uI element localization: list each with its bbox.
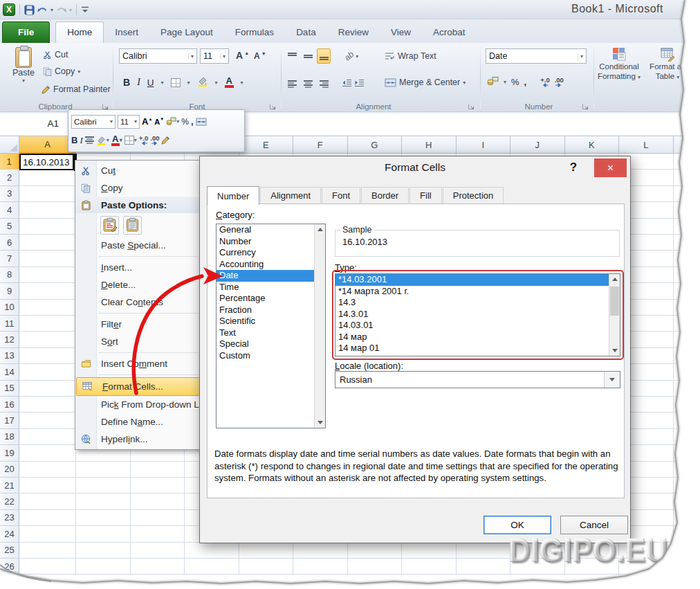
row-header-5[interactable]: 5 — [0, 219, 19, 235]
dialog-tab-number[interactable]: Number — [207, 186, 259, 205]
mini-shrink-font-button[interactable]: A▼ — [154, 115, 164, 129]
align-right-button[interactable] — [317, 76, 331, 91]
dialog-tab-protection[interactable]: Protection — [443, 187, 504, 204]
mini-comma-button[interactable]: , — [191, 115, 194, 129]
decrease-decimal-button[interactable]: .00 — [555, 77, 564, 87]
row-header-25[interactable]: 25 — [0, 543, 19, 559]
ribbon-tab-acrobat[interactable]: Acrobat — [422, 22, 477, 43]
ribbon-tab-insert[interactable]: Insert — [104, 22, 149, 43]
font-size-combo[interactable]: 11▾ — [200, 48, 229, 64]
mini-italic-button[interactable]: I — [80, 134, 82, 147]
bold-button[interactable]: B — [123, 77, 130, 88]
paste-option-paste-formatting-icon[interactable] — [100, 216, 119, 235]
format-as-table-button[interactable]: Format as Table ▾ — [646, 47, 689, 82]
menu-item-filter[interactable]: Filter — [75, 316, 212, 333]
mini-font-family-combo[interactable]: Calibri▾ — [71, 115, 116, 129]
menu-item-insert-comment[interactable]: Insert Comment — [75, 355, 212, 372]
underline-dropdown-icon[interactable]: ▾ — [161, 80, 164, 86]
column-header-I[interactable]: I — [457, 136, 511, 154]
cancel-button[interactable]: Cancel — [560, 516, 628, 534]
redo-dropdown-icon[interactable]: ▾ — [69, 7, 72, 13]
align-top-button[interactable] — [285, 48, 299, 64]
orientation-dropdown-icon[interactable]: ▾ — [356, 53, 358, 60]
dialog-tab-fill[interactable]: Fill — [409, 187, 442, 204]
row-header-3[interactable]: 3 — [0, 186, 19, 202]
borders-dropdown-icon[interactable]: ▾ — [187, 80, 190, 86]
dialog-tab-font[interactable]: Font — [322, 187, 360, 204]
mini-bold-button[interactable]: B — [71, 134, 77, 147]
column-header-E[interactable]: E — [239, 136, 294, 154]
type-option-14-03-01[interactable]: 14.03.01 — [335, 320, 609, 332]
row-header-17[interactable]: 17 — [0, 413, 19, 428]
category-option-custom[interactable]: Custom — [217, 350, 314, 362]
alignment-dialog-launcher[interactable] — [468, 101, 475, 109]
select-all-corner[interactable] — [0, 136, 19, 154]
dialog-tab-alignment[interactable]: Alignment — [260, 187, 321, 204]
category-option-date[interactable]: Date — [217, 270, 314, 282]
mini-merge-button[interactable] — [196, 115, 207, 129]
scroll-down-icon[interactable] — [609, 345, 620, 356]
type-option-14-марта-2001-г[interactable]: *14 марта 2001 г. — [335, 286, 609, 298]
type-option-14-03-2001[interactable]: *14.03.2001 — [335, 274, 609, 286]
category-option-general[interactable]: General — [217, 224, 314, 236]
row-header-20[interactable]: 20 — [0, 462, 19, 478]
category-scrollbar[interactable] — [314, 224, 325, 428]
menu-item-delete[interactable]: Delete... — [75, 276, 212, 293]
menu-item-define-name[interactable]: Define Name... — [75, 413, 212, 431]
align-bottom-button[interactable] — [317, 48, 331, 64]
mini-borders-button[interactable]: ▾ — [125, 134, 137, 147]
italic-button[interactable]: I — [137, 77, 140, 88]
column-header-J[interactable]: J — [510, 136, 565, 154]
excel-logo-icon[interactable]: X — [3, 3, 15, 16]
menu-item-format-cells[interactable]: Format Cells... — [76, 377, 212, 396]
menu-item-clear-contents[interactable]: Clear Contents — [75, 293, 212, 311]
mini-grow-font-button[interactable]: A▲ — [142, 115, 152, 129]
dialog-tab-border[interactable]: Border — [361, 187, 409, 204]
row-header-24[interactable]: 24 — [0, 526, 19, 542]
wrap-text-button[interactable]: Wrap Text — [385, 51, 436, 61]
row-header-14[interactable]: 14 — [0, 364, 19, 380]
row-header-22[interactable]: 22 — [0, 493, 19, 509]
scroll-up-icon[interactable] — [315, 224, 325, 235]
category-option-currency[interactable]: Currency — [217, 247, 314, 259]
column-header-H[interactable]: H — [402, 136, 457, 154]
row-header-9[interactable]: 9 — [0, 283, 19, 299]
number-format-combo[interactable]: Date▾ — [486, 48, 587, 64]
category-option-fraction[interactable]: Fraction — [217, 305, 314, 316]
row-header-8[interactable]: 8 — [0, 267, 19, 283]
ribbon-tab-data[interactable]: Data — [285, 22, 327, 43]
font-color-dropdown-icon[interactable]: ▾ — [241, 80, 243, 86]
scroll-up-icon[interactable] — [609, 274, 620, 284]
font-dialog-launcher[interactable] — [269, 101, 277, 109]
row-header-12[interactable]: 12 — [0, 332, 19, 347]
mini-center-button[interactable] — [85, 134, 94, 147]
column-header-F[interactable]: F — [293, 136, 348, 154]
category-option-time[interactable]: Time — [217, 282, 314, 293]
column-header-G[interactable]: G — [348, 136, 403, 154]
type-listbox[interactable]: *14.03.2001*14 марта 2001 г.14.314.3.011… — [335, 273, 620, 356]
category-listbox[interactable]: GeneralNumberCurrencyAccountingDateTimeP… — [216, 224, 326, 428]
row-header-23[interactable]: 23 — [0, 510, 19, 526]
menu-item-insert[interactable]: Insert... — [75, 259, 212, 276]
row-header-2[interactable]: 2 — [0, 170, 19, 185]
mini-accounting-button[interactable]: ▾ — [166, 115, 179, 129]
type-option-14-3[interactable]: 14.3 — [335, 297, 609, 309]
column-header-L[interactable]: L — [619, 136, 674, 154]
paste-button[interactable]: Paste ▾ — [8, 47, 39, 84]
ribbon-tab-file[interactable]: File — [2, 21, 50, 43]
category-option-number[interactable]: Number — [217, 236, 314, 248]
row-header-1[interactable]: 1 — [0, 154, 19, 170]
font-color-button[interactable]: A — [225, 77, 234, 88]
percent-style-button[interactable]: % — [511, 77, 519, 87]
type-option-14-мар[interactable]: 14 мар — [335, 332, 609, 343]
borders-button[interactable] — [171, 78, 181, 87]
row-header-6[interactable]: 6 — [0, 235, 19, 251]
scroll-down-icon[interactable] — [315, 417, 325, 428]
row-header-11[interactable]: 11 — [0, 316, 19, 332]
grow-font-button[interactable]: A▲ — [236, 50, 249, 61]
ribbon-tab-review[interactable]: Review — [327, 22, 380, 43]
category-option-text[interactable]: Text — [217, 327, 314, 339]
row-header-21[interactable]: 21 — [0, 478, 19, 493]
paste-option-paste-plain-icon[interactable] — [123, 216, 142, 235]
ribbon-tab-page-layout[interactable]: Page Layout — [149, 22, 224, 43]
